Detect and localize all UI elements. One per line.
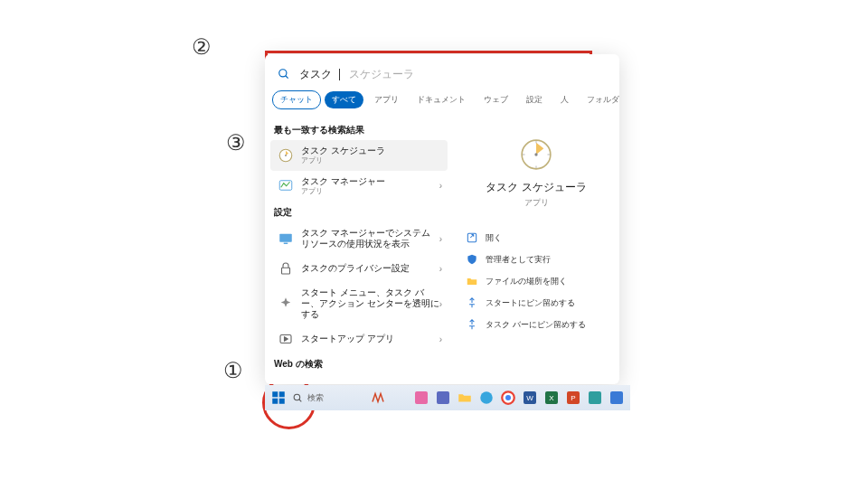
text-cursor bbox=[339, 69, 340, 80]
svg-rect-22 bbox=[272, 391, 278, 397]
tab-docs[interactable]: ドキュメント bbox=[410, 91, 473, 108]
preview-sub: アプリ bbox=[524, 197, 549, 209]
action-open-location[interactable]: ファイルの場所を開く bbox=[462, 270, 610, 292]
taskbar-chrome[interactable] bbox=[500, 390, 516, 406]
result-sub: アプリ bbox=[301, 187, 385, 196]
svg-point-30 bbox=[505, 395, 511, 400]
open-icon bbox=[466, 231, 478, 244]
taskbar-app-blue[interactable] bbox=[609, 390, 625, 406]
start-button[interactable] bbox=[270, 390, 287, 406]
chevron-right-icon: › bbox=[439, 234, 442, 244]
tab-folders[interactable]: フォルダー bbox=[580, 91, 619, 108]
search-panel: タスク チャット すべて アプリ ドキュメント ウェブ 設定 人 フォルダー …… bbox=[265, 54, 619, 384]
action-label: 開く bbox=[486, 232, 502, 244]
svg-point-16 bbox=[534, 153, 537, 155]
section-web: Web の検索 bbox=[274, 358, 444, 371]
search-input[interactable] bbox=[347, 67, 609, 81]
section-settings: 設定 bbox=[274, 206, 444, 219]
tab-chat[interactable]: チャット bbox=[272, 90, 321, 109]
taskbar-excel[interactable]: X bbox=[543, 390, 560, 406]
setting-startup-apps[interactable]: スタートアップ アプリ › bbox=[270, 325, 448, 353]
results-left: 最も一致する検索結果 タスク スケジューラ アプリ タスク マネージャー アプリ bbox=[265, 115, 453, 381]
tab-web[interactable]: ウェブ bbox=[476, 91, 515, 108]
tab-people[interactable]: 人 bbox=[553, 91, 576, 108]
pin-icon bbox=[466, 318, 478, 331]
taskbar-app-1[interactable] bbox=[370, 390, 386, 406]
lock-icon bbox=[278, 260, 294, 277]
tab-all[interactable]: すべて bbox=[325, 91, 363, 108]
taskbar-app-4[interactable] bbox=[435, 390, 451, 406]
tab-apps[interactable]: アプリ bbox=[367, 91, 406, 108]
action-label: タスク バーにピン留めする bbox=[486, 319, 586, 331]
action-label: 管理者として実行 bbox=[486, 254, 551, 266]
setting-resource-usage[interactable]: タスク マネージャーでシステム リソースの使用状況を表示 › bbox=[270, 222, 448, 255]
preview-clock-icon bbox=[518, 136, 554, 173]
search-tabs: チャット すべて アプリ ドキュメント ウェブ 設定 人 フォルダー … b bbox=[265, 90, 619, 115]
setting-label: タスクのプライバシー設定 bbox=[301, 263, 410, 274]
action-label: ファイルの場所を開く bbox=[486, 276, 567, 287]
annotation-3: ③ bbox=[226, 130, 246, 155]
taskbar-edge[interactable] bbox=[478, 390, 495, 406]
pin-icon bbox=[466, 296, 478, 309]
shield-icon bbox=[466, 253, 478, 266]
svg-rect-24 bbox=[272, 399, 278, 404]
result-task-scheduler[interactable]: タスク スケジューラ アプリ bbox=[270, 140, 448, 171]
taskbar-app-teal[interactable] bbox=[587, 390, 603, 406]
result-sub: アプリ bbox=[301, 156, 385, 165]
setting-transparency[interactable]: スタート メニュー、タスク バー、アクション センターを透明にする › bbox=[270, 282, 448, 325]
result-title: タスク マネージャー bbox=[301, 176, 385, 187]
chevron-right-icon: › bbox=[439, 264, 442, 274]
taskbar-search[interactable]: 検索 bbox=[292, 392, 324, 404]
setting-label: タスク マネージャーでシステム リソースの使用状況を表示 bbox=[301, 228, 440, 249]
chevron-right-icon: › bbox=[439, 181, 442, 191]
taskbar-explorer[interactable] bbox=[457, 390, 473, 406]
action-run-admin[interactable]: 管理者として実行 bbox=[462, 249, 610, 270]
setting-label: スタート メニュー、タスク バー、アクション センターを透明にする bbox=[301, 287, 440, 320]
svg-line-27 bbox=[299, 399, 301, 400]
folder-icon bbox=[466, 275, 478, 287]
taskbar-app-2[interactable] bbox=[392, 390, 408, 406]
svg-rect-25 bbox=[279, 399, 285, 404]
preview-title: タスク スケジューラ bbox=[486, 180, 586, 195]
svg-point-3 bbox=[285, 155, 287, 156]
search-icon bbox=[276, 66, 292, 82]
action-pin-start[interactable]: スタートにピン留めする bbox=[462, 292, 610, 314]
preview-actions: 開く 管理者として実行 ファイルの場所を開く スタートにピン留めする タスク バ… bbox=[462, 227, 610, 335]
result-task-manager[interactable]: タスク マネージャー アプリ › bbox=[270, 171, 448, 202]
svg-line-1 bbox=[286, 76, 288, 79]
web-result-task[interactable]: タスク - Web 結果を見る › bbox=[270, 374, 448, 381]
svg-point-0 bbox=[279, 70, 287, 77]
sparkle-icon bbox=[278, 296, 294, 312]
action-open[interactable]: 開く bbox=[462, 227, 610, 249]
svg-rect-5 bbox=[279, 234, 292, 242]
annotation-1: ① bbox=[223, 358, 243, 383]
action-pin-taskbar[interactable]: タスク バーにピン留めする bbox=[462, 314, 610, 335]
setting-label: スタートアップ アプリ bbox=[301, 334, 394, 344]
result-title: タスク スケジューラ bbox=[301, 146, 385, 156]
search-icon bbox=[278, 380, 294, 381]
annotation-2: ② bbox=[192, 34, 212, 60]
taskbar-word[interactable]: W bbox=[522, 390, 538, 406]
chevron-right-icon: › bbox=[439, 334, 442, 344]
svg-rect-7 bbox=[282, 268, 290, 274]
search-typed-text: タスク bbox=[299, 67, 332, 82]
startup-icon bbox=[278, 331, 294, 347]
task-manager-icon bbox=[278, 177, 294, 193]
setting-task-privacy[interactable]: タスクのプライバシー設定 › bbox=[270, 255, 448, 282]
taskbar: 検索 W X P bbox=[265, 385, 630, 410]
svg-rect-6 bbox=[284, 243, 288, 245]
search-bar: タスク bbox=[265, 54, 619, 90]
taskbar-app-3[interactable] bbox=[413, 390, 429, 406]
action-label: スタートにピン留めする bbox=[486, 297, 575, 309]
taskbar-powerpoint[interactable]: P bbox=[565, 390, 581, 406]
section-best-match: 最も一致する検索結果 bbox=[274, 124, 444, 136]
svg-point-26 bbox=[294, 394, 300, 400]
clock-icon bbox=[278, 147, 294, 164]
monitor-icon bbox=[278, 230, 294, 247]
taskbar-search-label: 検索 bbox=[307, 392, 324, 404]
svg-point-28 bbox=[480, 391, 493, 404]
preview-pane: タスク スケジューラ アプリ 開く 管理者として実行 ファイルの場所を開く bbox=[453, 115, 619, 381]
tab-settings[interactable]: 設定 bbox=[519, 91, 550, 108]
svg-rect-23 bbox=[279, 391, 285, 397]
chevron-right-icon: › bbox=[439, 299, 442, 309]
